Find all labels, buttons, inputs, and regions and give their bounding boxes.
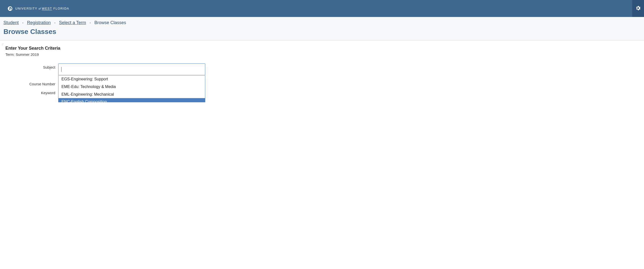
settings-button[interactable] bbox=[632, 0, 644, 17]
breadcrumb-registration[interactable]: Registration bbox=[27, 20, 51, 25]
app-header: UNIVERSITY of WEST FLORIDA bbox=[0, 0, 644, 17]
breadcrumb: Student ● Registration ● Select a Term ●… bbox=[4, 20, 640, 25]
page-title: Browse Classes bbox=[4, 28, 640, 36]
subject-combo: EGS-Engineering: SupportEME-Edu: Technol… bbox=[58, 64, 205, 75]
subject-row: Subject EGS-Engineering: SupportEME-Edu:… bbox=[6, 64, 642, 75]
logo-text: UNIVERSITY of WEST FLORIDA bbox=[15, 7, 69, 10]
course-number-label: Course Number bbox=[6, 80, 58, 86]
dropdown-option[interactable]: EGS-Engineering: Support bbox=[58, 76, 205, 83]
gear-icon bbox=[635, 5, 641, 12]
subject-label: Subject bbox=[6, 64, 58, 69]
breadcrumb-separator: ● bbox=[22, 22, 24, 24]
dropdown-option[interactable]: ENC-English Composition bbox=[58, 98, 205, 102]
corner-decoration bbox=[2, 44, 4, 46]
logo[interactable]: UNIVERSITY of WEST FLORIDA bbox=[7, 6, 69, 11]
nautilus-icon bbox=[7, 6, 13, 11]
breadcrumb-current: Browse Classes bbox=[94, 20, 126, 25]
breadcrumb-separator: ● bbox=[54, 22, 56, 24]
breadcrumb-student[interactable]: Student bbox=[4, 20, 19, 25]
subject-input[interactable] bbox=[58, 64, 205, 75]
dropdown-option[interactable]: EME-Edu: Technology & Media bbox=[58, 83, 205, 91]
keyword-label: Keyword bbox=[6, 89, 58, 95]
dropdown-option[interactable]: EML-Engineering: Mechanical bbox=[58, 91, 205, 98]
subject-dropdown: EGS-Engineering: SupportEME-Edu: Technol… bbox=[58, 75, 205, 102]
text-cursor bbox=[61, 67, 62, 72]
sub-header: Student ● Registration ● Select a Term ●… bbox=[0, 17, 644, 40]
breadcrumb-select-term[interactable]: Select a Term bbox=[59, 20, 86, 25]
term-label: Term: Summer 2019 bbox=[6, 52, 642, 56]
breadcrumb-separator: ● bbox=[90, 22, 91, 24]
section-title: Enter Your Search Criteria bbox=[6, 46, 642, 51]
content-area: Enter Your Search Criteria Term: Summer … bbox=[0, 40, 644, 102]
